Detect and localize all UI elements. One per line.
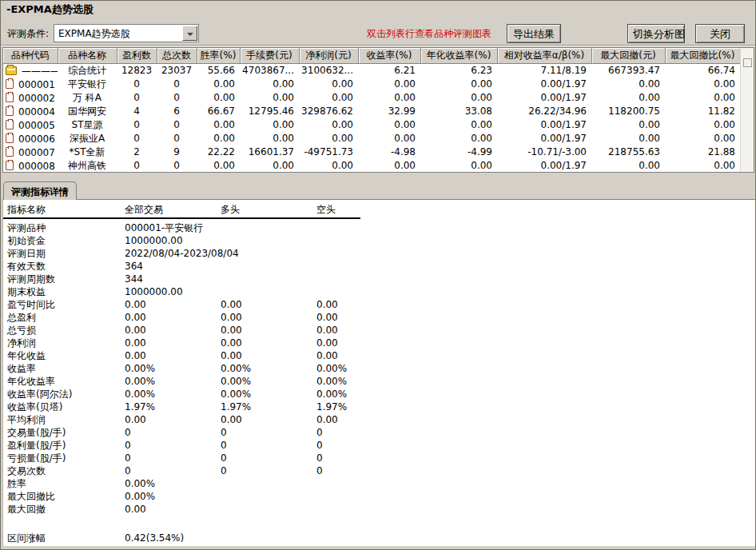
detail-row: 亏损量(股/手)000 <box>3 452 755 464</box>
switch-analysis-chart-button[interactable]: 切换分析图 <box>627 24 685 43</box>
column-header[interactable]: 相对收益率α/β(%) <box>497 48 591 63</box>
scrollbar-thumb[interactable] <box>743 58 752 67</box>
cell-value: 0.00 <box>197 78 240 91</box>
column-header[interactable]: 品种名称 <box>58 48 117 63</box>
detail-row: 收益率(贝塔)1.97%1.97%1.97% <box>3 401 755 413</box>
cell-value: 0.00 <box>240 118 299 132</box>
condition-dropdown[interactable]: EXPMA趋势选股 <box>54 24 199 42</box>
value-short: 0.00% <box>316 388 428 401</box>
vertical-scrollbar[interactable] <box>740 48 754 172</box>
table-row[interactable]: 000006深振业A000.000.000.000.000.000.00/1.9… <box>3 132 740 145</box>
cell-value: 0.00 <box>665 159 740 173</box>
cell-value: 0.00 <box>299 159 358 173</box>
cell-value: 0.00/1.97 <box>497 118 591 132</box>
cell-value: 0 <box>117 91 157 105</box>
stock-code-cell: ———— <box>3 63 58 78</box>
cell-value: 0.00/1.97 <box>497 159 591 173</box>
details-column-header: 指标名称 <box>7 200 125 219</box>
stock-code: 000007 <box>18 146 55 157</box>
stock-code-cell: 000001 <box>3 78 58 91</box>
column-header[interactable]: 最大回撤比(%) <box>665 48 740 63</box>
cell-value: 0.00 <box>197 91 240 105</box>
value-all-trades: 364 <box>125 260 221 273</box>
value-long <box>221 503 316 516</box>
column-header[interactable]: 手续费(元) <box>240 48 299 63</box>
cell-value: 667393.47 <box>591 63 665 78</box>
column-header[interactable]: 盈利数 <box>117 48 157 63</box>
export-results-button[interactable]: 导出结果 <box>507 24 561 43</box>
column-header[interactable]: 总次数 <box>157 48 197 63</box>
value-all-trades: 0.00 <box>125 349 221 362</box>
value-short: 0.00 <box>316 413 428 426</box>
value-all-trades: 1000000.00 <box>125 285 221 298</box>
close-button[interactable]: 关闭 <box>695 24 745 43</box>
value-short <box>316 285 428 298</box>
value-long <box>221 247 316 260</box>
value-long: 0.00% <box>221 362 316 375</box>
table-row[interactable]: 000008神州高铁000.000.000.000.000.000.00/1.9… <box>3 159 740 173</box>
metric-label: 亏损量(股/手) <box>7 452 125 464</box>
cell-value: -4.99 <box>420 145 497 159</box>
cell-value: 0.00 <box>197 159 240 173</box>
table-row[interactable]: 000004国华网安4666.6712795.46329876.6232.993… <box>3 105 740 118</box>
value-short: 0.00% <box>316 375 428 388</box>
column-header[interactable]: 收益率(%) <box>358 48 420 63</box>
metric-label: 年化收益 <box>7 349 125 362</box>
cell-value: 0.00 <box>299 91 358 105</box>
value-short: 0.00 <box>316 337 428 349</box>
metric-label: 期末权益 <box>7 285 125 298</box>
column-header[interactable]: 年化收益率(%) <box>420 48 497 63</box>
detail-row: 最大回撤0.00 <box>3 503 755 516</box>
stock-name: 平安银行 <box>58 78 117 91</box>
cell-value: 0.00 <box>591 91 665 105</box>
value-all-trades: 0.00% <box>125 477 221 490</box>
stock-code-cell: 000004 <box>3 105 58 118</box>
cell-value: 0.00 <box>591 78 665 91</box>
tab-indicator-details[interactable]: 评测指标详情 <box>3 181 77 200</box>
value-short <box>316 260 428 273</box>
value-all-trades: 0 <box>125 439 221 452</box>
value-all-trades: 0.00 <box>125 413 221 426</box>
metric-label: 收益率(贝塔) <box>7 401 125 413</box>
table-row[interactable]: ————综合统计128232303755.664703867...3100632… <box>3 63 740 78</box>
value-short <box>316 247 428 260</box>
value-short: 0.00% <box>316 362 428 375</box>
column-header[interactable]: 品种代码 <box>3 48 58 63</box>
value-long: 0.00 <box>221 349 316 362</box>
tab-label: 评测指标详情 <box>11 186 69 197</box>
value-long: 0 <box>221 464 316 477</box>
column-header[interactable]: 最大回撤(元) <box>591 48 665 63</box>
metric-label: 年化收益率 <box>7 375 125 388</box>
metric-label: 盈亏时间比 <box>7 298 125 311</box>
cell-value: 55.66 <box>197 63 240 78</box>
cell-value: 0 <box>157 132 197 145</box>
column-header[interactable]: 胜率(%) <box>197 48 240 63</box>
column-header[interactable]: 净利润(元) <box>299 48 358 63</box>
stock-code: ———— <box>22 65 58 76</box>
detail-row: 区间涨幅0.42(3.54%) <box>3 532 755 544</box>
details-body: 评测品种000001-平安银行初始资金1000000.00评测日期2022/08… <box>3 219 755 544</box>
table-row[interactable]: 000005ST星源000.000.000.000.000.000.00/1.9… <box>3 118 740 132</box>
value-short: 0.00 <box>316 298 428 311</box>
stock-name: 国华网安 <box>58 105 117 118</box>
cell-value: 12823 <box>117 63 157 78</box>
cell-value: 0.00 <box>358 132 420 145</box>
value-all-trades: 0.00% <box>125 490 221 503</box>
detail-row: 总盈利0.000.000.00 <box>3 311 755 324</box>
cell-value: 218755.63 <box>591 145 665 159</box>
table-row[interactable]: 000002万 科A000.000.000.000.000.000.00/1.9… <box>3 91 740 105</box>
document-icon <box>6 93 14 102</box>
table-row[interactable]: 000007*ST全新2922.2216601.37-49751.73-4.98… <box>3 145 740 159</box>
table-row[interactable]: 000001平安银行000.000.000.000.000.000.00/1.9… <box>3 78 740 91</box>
cell-value: 0.00 <box>299 118 358 132</box>
document-icon <box>6 79 14 89</box>
cell-value: 0.00/1.97 <box>497 132 591 145</box>
chevron-down-icon[interactable] <box>182 26 197 41</box>
detail-row: 评测品种000001-平安银行 <box>3 221 755 234</box>
cell-value: 0.00 <box>358 78 420 91</box>
cell-value: -10.71/-3.00 <box>497 145 591 159</box>
cell-value: 6 <box>157 105 197 118</box>
value-short <box>316 532 428 544</box>
cell-value: 32.99 <box>358 105 420 118</box>
value-long <box>221 234 316 247</box>
